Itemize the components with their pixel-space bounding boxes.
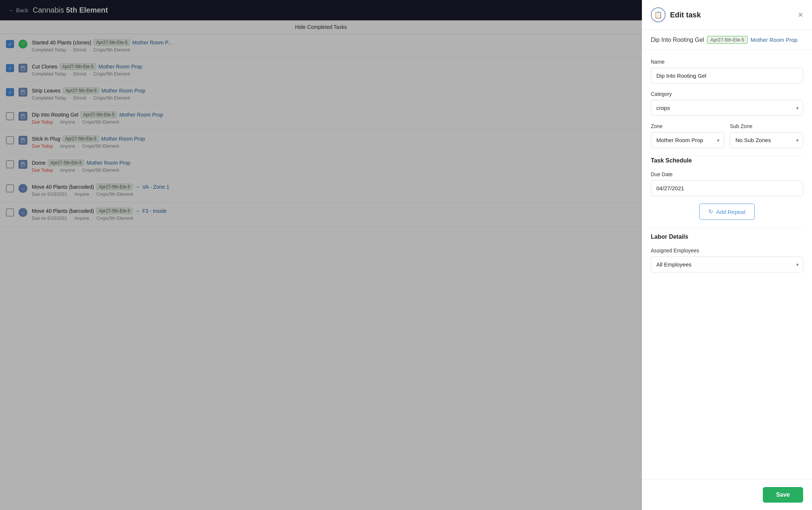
save-footer: Save — [642, 479, 812, 510]
task-zone: VA - Zone 1 — [142, 184, 169, 190]
task-name: Strip Leaves — [32, 88, 61, 94]
task-meta-location: Crops/5th Element — [97, 192, 133, 197]
category-select[interactable]: cropsharvestprocessingcompliance — [651, 100, 803, 116]
task-tag: Apr27-5th-Ele-5 — [63, 87, 99, 94]
separator-dot: · — [56, 120, 57, 125]
task-meta-date: Due Today — [32, 168, 53, 173]
task-name-line: Strip LeavesApr27-5th-Ele-5Mother Room P… — [32, 87, 636, 94]
task-content: Move 40 Plants (barcoded)Apr27-5th-Ele-5… — [32, 184, 636, 197]
task-meta-user: Anyone — [74, 216, 89, 221]
task-tag: Apr27-5th-Ele-5 — [96, 208, 133, 214]
task-name: Cut Clones — [32, 64, 57, 70]
zone-label: Zone — [651, 123, 724, 129]
task-item[interactable]: Stick in PlugApr27-5th-Ele-5Mother Room … — [0, 130, 642, 154]
task-content: Dip Into Rooting GelApr27-5th-Ele-5Mothe… — [32, 111, 636, 125]
task-tag: Apr27-5th-Ele-5 — [94, 39, 130, 46]
task-meta: Due on 5/18/2021·Anyone·Crops/5th Elemen… — [32, 192, 636, 197]
task-meta-location: Crops/5th Element — [97, 216, 133, 221]
svg-rect-11 — [22, 116, 23, 117]
name-label: Name — [651, 59, 803, 65]
task-content: Move 40 Plants (barcoded)Apr27-5th-Ele-5… — [32, 208, 636, 221]
task-name: Move 40 Plants (barcoded) — [32, 208, 94, 214]
separator-dot: · — [89, 95, 90, 101]
assigned-employees-select[interactable]: All Employees — [651, 256, 803, 272]
task-meta: Due Today·Anyone·Crops/5th Element — [32, 168, 636, 173]
task-meta-location: Crops/5th Element — [94, 47, 130, 53]
add-repeat-button[interactable]: ↻ Add Repeat — [699, 204, 755, 220]
category-label: Category — [651, 91, 803, 97]
svg-rect-9 — [22, 115, 24, 115]
task-zone: Mother Room Prop — [119, 112, 163, 118]
separator-dot: · — [70, 192, 71, 197]
add-repeat-label: Add Repeat — [716, 209, 745, 215]
task-meta-user: Anyone — [60, 120, 75, 125]
separator-dot: · — [69, 71, 70, 77]
task-meta-date: Due Today — [32, 120, 53, 125]
task-name-line: Dip Into Rooting GelApr27-5th-Ele-5Mothe… — [32, 111, 636, 118]
svg-rect-17 — [22, 163, 24, 163]
name-input[interactable] — [651, 68, 803, 84]
separator-dot: · — [92, 216, 93, 221]
task-checkbox[interactable] — [6, 112, 14, 120]
task-name-line: Cut ClonesApr27-5th-Ele-5Mother Room Pro… — [32, 63, 636, 70]
task-meta-date: Due Today — [32, 144, 53, 149]
task-list-panel: ← Back Cannabis 5th Element Hide Complet… — [0, 0, 642, 510]
due-date-label: Due Date — [651, 171, 803, 177]
task-name: Started 40 Plants (clones) — [32, 40, 91, 46]
task-item[interactable]: →Move 40 Plants (barcoded)Apr27-5th-Ele-… — [0, 178, 642, 202]
hide-completed-bar[interactable]: Hide Completed Tasks — [0, 20, 642, 34]
task-tag: Apr27-5th-Ele-5 — [48, 160, 84, 166]
task-name: Move 40 Plants (barcoded) — [32, 184, 94, 190]
task-meta-location: Crops/5th Element — [94, 71, 130, 77]
task-checkbox[interactable] — [6, 40, 14, 48]
app-title-suffix: 5th Element — [66, 6, 108, 14]
due-date-form-group: Due Date — [651, 171, 803, 196]
separator-dot: · — [78, 120, 79, 125]
subzone-select[interactable]: No Sub Zones — [730, 132, 803, 148]
zone-select-wrapper: Mother Room PropVA - Zone 1F3 - Inside ▾ — [651, 132, 724, 148]
due-date-input[interactable] — [651, 180, 803, 196]
category-select-wrapper: cropsharvestprocessingcompliance ▾ — [651, 100, 803, 116]
edit-header-left: 📋 Edit task — [651, 7, 701, 22]
task-icon: → — [18, 184, 27, 193]
task-icon — [18, 64, 27, 73]
task-meta: Completed Today·Elrond·Crops/5th Element — [32, 95, 636, 101]
task-tag: Apr27-5th-Ele-5 — [96, 184, 133, 190]
app-title: Cannabis 5th Element — [33, 6, 108, 14]
task-content: Stick in PlugApr27-5th-Ele-5Mother Room … — [32, 135, 636, 149]
back-button[interactable]: ← Back — [9, 7, 28, 13]
task-checkbox[interactable] — [6, 88, 14, 96]
task-meta-user: Anyone — [60, 144, 75, 149]
task-checkbox[interactable] — [6, 64, 14, 72]
svg-rect-7 — [22, 92, 23, 93]
task-meta: Completed Today·Elrond·Crops/5th Element — [32, 71, 636, 77]
task-tag: Apr27-5th-Ele-5 — [60, 63, 96, 70]
svg-rect-2 — [22, 67, 24, 68]
edit-panel-header: 📋 Edit task × — [642, 0, 812, 30]
edit-panel-title: Edit task — [670, 11, 701, 19]
task-checkbox[interactable] — [6, 160, 14, 168]
task-checkbox[interactable] — [6, 208, 14, 217]
save-button[interactable]: Save — [763, 487, 803, 503]
zone-select[interactable]: Mother Room PropVA - Zone 1F3 - Inside — [651, 132, 724, 148]
svg-rect-10 — [22, 115, 24, 116]
task-checkbox[interactable] — [6, 136, 14, 144]
task-item[interactable]: Cut ClonesApr27-5th-Ele-5Mother Room Pro… — [0, 58, 642, 82]
task-meta-user: Anyone — [60, 168, 75, 173]
task-item[interactable]: →Move 40 Plants (barcoded)Apr27-5th-Ele-… — [0, 202, 642, 227]
separator-dot: · — [56, 144, 57, 149]
task-meta: Due Today·Anyone·Crops/5th Element — [32, 144, 636, 149]
close-edit-button[interactable]: × — [798, 10, 803, 19]
task-meta-user: Elrond — [74, 47, 87, 53]
task-item[interactable]: 🌱Started 40 Plants (clones)Apr27-5th-Ele… — [0, 34, 642, 58]
task-item[interactable]: DomeApr27-5th-Ele-5Mother Room PropDue T… — [0, 154, 642, 178]
edit-task-zone-link[interactable]: Mother Room Prop — [751, 37, 798, 43]
task-item[interactable]: Dip Into Rooting GelApr27-5th-Ele-5Mothe… — [0, 106, 642, 130]
svg-rect-18 — [22, 164, 24, 164]
svg-rect-1 — [22, 67, 24, 67]
task-icon — [18, 112, 27, 121]
separator-dot: · — [89, 71, 90, 77]
task-item[interactable]: Strip LeavesApr27-5th-Ele-5Mother Room P… — [0, 82, 642, 106]
task-name-line: DomeApr27-5th-Ele-5Mother Room Prop — [32, 160, 636, 166]
task-checkbox[interactable] — [6, 184, 14, 192]
